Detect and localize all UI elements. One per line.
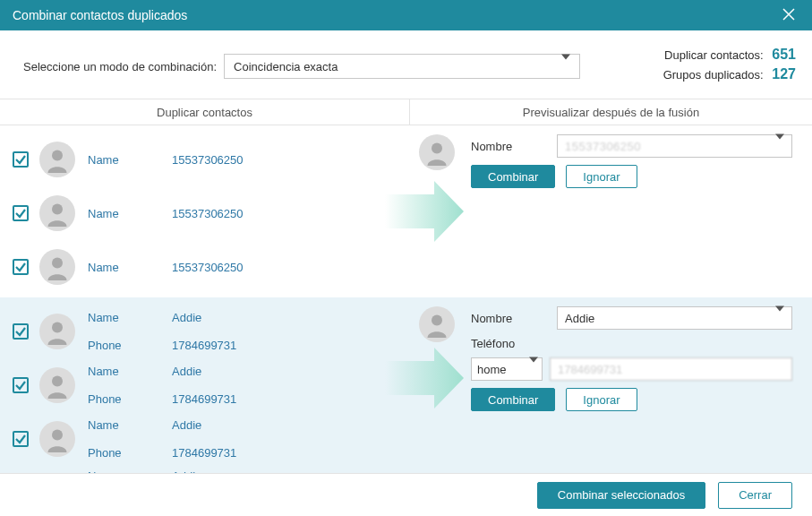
- select-value: Addie: [565, 312, 594, 325]
- field-label: Name: [88, 418, 172, 432]
- duplicate-groups-label: Grupos duplicados:: [663, 68, 764, 82]
- svg-point-2: [52, 258, 63, 269]
- close-icon[interactable]: [776, 4, 801, 27]
- svg-point-7: [432, 315, 442, 326]
- duplicate-contacts-count: 651: [772, 47, 796, 62]
- field-label: Phone: [88, 339, 172, 352]
- duplicate-contacts-label: Duplicar contactos:: [664, 48, 764, 62]
- titlebar: Combinar contactos duplicados: [0, 0, 812, 30]
- field-value: Addie: [172, 365, 201, 378]
- field-label: Name: [88, 311, 172, 324]
- merge-selected-button[interactable]: Combinar seleccionados: [537, 482, 705, 509]
- contact-row: NameAddie Phone1784699731: [13, 358, 410, 412]
- mode-select[interactable]: Coincidencia exacta: [224, 54, 580, 79]
- field-label: Name: [88, 207, 172, 220]
- phone-input[interactable]: 1784699731: [550, 357, 792, 381]
- column-header-right: Previsualizar después de la fusión: [410, 99, 812, 125]
- chevron-down-icon: [561, 60, 570, 73]
- avatar-icon: [39, 249, 75, 285]
- phone-type-select[interactable]: home: [471, 357, 543, 381]
- window-title: Combinar contactos duplicados: [13, 8, 187, 22]
- field-value: 15537306250: [172, 207, 244, 220]
- field-value: 1784699731: [172, 392, 236, 406]
- merge-button[interactable]: Combinar: [471, 165, 555, 188]
- footer: Combinar seleccionados Cerrar: [0, 473, 812, 516]
- chevron-down-icon: [529, 363, 538, 376]
- field-label: Name: [88, 261, 172, 274]
- contact-row: NameAddie Phone1784699731: [13, 412, 410, 466]
- field-value: Addie: [172, 469, 201, 474]
- svg-point-4: [52, 322, 63, 333]
- checkbox[interactable]: [13, 151, 29, 168]
- merge-button[interactable]: Combinar: [471, 388, 555, 411]
- field-value: Addie: [172, 311, 201, 324]
- columns-header: Duplicar contactos Previsualizar después…: [0, 99, 812, 125]
- masked-value: 15537306250: [565, 140, 641, 153]
- contact-row: Name15537306250: [13, 186, 410, 240]
- avatar-icon: [39, 421, 75, 457]
- avatar-icon: [39, 367, 75, 403]
- duplicates-list: Name15537306250 Name15537306250 Name1553…: [0, 125, 410, 297]
- group: Name15537306250 Name15537306250 Name1553…: [0, 125, 812, 297]
- contact-row: NameAddie: [13, 466, 410, 473]
- field-value: 1784699731: [172, 446, 236, 460]
- preview-pane: Nombre 15537306250 Combinar Ignorar: [410, 125, 812, 297]
- field-label: Name: [88, 365, 172, 378]
- column-header-left: Duplicar contactos: [0, 99, 410, 125]
- svg-point-3: [432, 143, 442, 154]
- name-select[interactable]: Addie: [557, 306, 792, 330]
- topbar: Seleccione un modo de combinación: Coinc…: [0, 30, 812, 99]
- checkbox[interactable]: [13, 259, 29, 275]
- select-value: home: [477, 363, 507, 376]
- field-value: 1784699731: [172, 339, 236, 352]
- ignore-button[interactable]: Ignorar: [566, 388, 637, 411]
- mode-selected: Coincidencia exacta: [234, 60, 338, 73]
- preview-label: Nombre: [471, 312, 557, 325]
- field-label: Name: [88, 153, 172, 167]
- chevron-down-icon: [775, 312, 784, 325]
- contact-row: Name15537306250: [13, 240, 410, 294]
- avatar-icon: [419, 306, 455, 342]
- checkbox[interactable]: [13, 205, 29, 221]
- svg-point-6: [52, 430, 63, 441]
- contact-row: Name15537306250: [13, 133, 410, 186]
- checkbox[interactable]: [13, 431, 29, 447]
- stats: Duplicar contactos: 651 Grupos duplicado…: [663, 47, 796, 86]
- contact-row: NameAddie Phone1784699731: [13, 305, 410, 358]
- preview-pane: Nombre Addie Teléfono home: [410, 297, 812, 473]
- field-label: Name: [88, 469, 172, 474]
- field-label: Phone: [88, 446, 172, 460]
- avatar-icon: [419, 134, 455, 170]
- field-label: Phone: [88, 392, 172, 406]
- content-area: Name15537306250 Name15537306250 Name1553…: [0, 125, 812, 473]
- chevron-down-icon: [775, 140, 784, 153]
- avatar-icon: [39, 142, 75, 177]
- avatar-icon: [39, 314, 75, 349]
- duplicates-list: NameAddie Phone1784699731 NameAddie Phon…: [0, 297, 410, 473]
- field-value: Addie: [172, 418, 201, 432]
- checkbox[interactable]: [13, 377, 29, 393]
- avatar-icon: [39, 195, 75, 231]
- masked-value: 1784699731: [558, 363, 622, 376]
- close-button[interactable]: Cerrar: [718, 482, 792, 509]
- preview-label: Teléfono: [471, 337, 557, 350]
- svg-point-1: [52, 204, 63, 215]
- duplicate-groups-count: 127: [772, 66, 796, 82]
- name-select[interactable]: 15537306250: [557, 134, 792, 158]
- group: NameAddie Phone1784699731 NameAddie Phon…: [0, 297, 812, 473]
- checkbox[interactable]: [13, 323, 29, 340]
- field-value: 15537306250: [172, 153, 244, 167]
- mode-label: Seleccione un modo de combinación:: [23, 60, 217, 73]
- ignore-button[interactable]: Ignorar: [566, 165, 637, 188]
- preview-label: Nombre: [471, 140, 557, 153]
- svg-point-0: [52, 150, 63, 161]
- field-value: 15537306250: [172, 261, 244, 274]
- svg-point-5: [52, 376, 63, 387]
